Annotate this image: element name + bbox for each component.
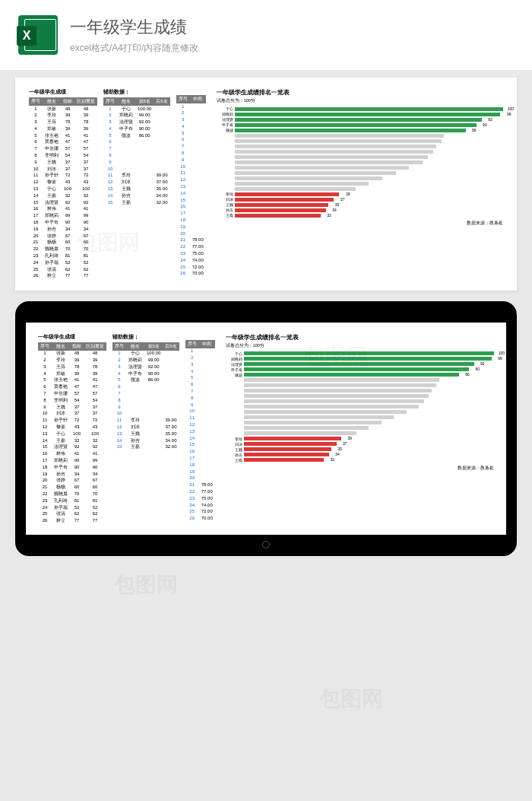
table-row: 11	[185, 415, 215, 422]
table-row: 4申子奇90.00	[112, 370, 179, 377]
chart-bar-row: 于心100	[226, 351, 494, 356]
table-header: 前5名	[135, 97, 154, 106]
table-row: 11李玲39.00	[103, 173, 170, 180]
bar-value: 90	[476, 367, 480, 371]
table-row: 9	[185, 402, 215, 408]
table-row: 15法理贤9292	[38, 444, 106, 451]
watermark: 包图网	[114, 571, 178, 599]
table-row: 11	[176, 170, 206, 177]
chart-bar-row	[226, 399, 494, 404]
table-row: 2李玲3939	[29, 113, 97, 119]
chart-subtitle: 试卷总分为：100分	[217, 98, 503, 103]
chart-bar-row: 微波86	[226, 373, 494, 377]
chart-bar-row: 申子奇90	[226, 367, 494, 372]
table-row: 2	[176, 110, 206, 117]
chart-bar-row	[226, 394, 494, 399]
bar-fill	[244, 389, 432, 393]
table-row: 13王魏35.00	[112, 431, 179, 437]
table-row: 17郑晓莉9999	[38, 457, 106, 464]
table-row: 4郑敏3939	[29, 126, 97, 132]
table-row: 5张玉艳4141	[29, 132, 97, 139]
table-row: 20张静6767	[29, 233, 97, 240]
table-row: 17郑晓莉9999	[29, 213, 97, 220]
chart-bar-row: 刘冰37	[226, 442, 494, 447]
table-row: 18	[185, 462, 215, 469]
table-row: 6	[103, 139, 170, 146]
table-row: 17	[185, 455, 215, 462]
bar-label: 法理贤	[226, 362, 244, 367]
ranking-chart: 一年级学生成绩排名一览表试卷总分为：100分于心100郑晓莉99法理贤92申子奇…	[221, 333, 494, 525]
main-scores-table: 序号姓名指标区别重复1张新48482李玲39393王芬78784郑敏39395张…	[38, 342, 106, 525]
table-row: 19孙吉3434	[29, 226, 97, 233]
aux-middle-table: 序号中间12345678910111213141516171819202178.…	[185, 340, 215, 523]
bar-fill	[235, 134, 445, 138]
spreadsheet-preview: 一年级学生成绩序号姓名指标区别重复1张新48482李玲39393王芬78784郑…	[29, 88, 503, 280]
bar-fill: 32	[235, 214, 321, 218]
table-header: 中间	[190, 95, 206, 103]
bar-fill: 32	[244, 458, 324, 462]
table-row: 11李玲39.00	[112, 418, 179, 424]
bar-fill	[235, 187, 356, 191]
table-row: 14王磊3232	[38, 437, 106, 444]
table-row: 2李玲3939	[38, 358, 106, 364]
table-row: 4	[185, 368, 215, 375]
table-row: 2375.00	[176, 251, 206, 258]
bar-value: 34	[335, 452, 340, 456]
aux-table-title: 辅助数据：	[103, 88, 170, 96]
bar-label: 微波	[217, 128, 235, 132]
table-row: 3王芬7878	[29, 119, 97, 126]
bar-fill: 92	[244, 362, 474, 366]
table-row: 1张新4848	[38, 351, 106, 358]
table-row: 7	[176, 144, 206, 151]
table-header: 序号	[103, 97, 117, 106]
bar-fill: 99	[244, 357, 492, 361]
bar-fill	[244, 405, 419, 408]
table-header: 序号	[185, 340, 199, 348]
table-row: 15法理贤9292	[29, 199, 97, 206]
table-row: 12	[176, 177, 206, 184]
table-row: 16林伟4141	[29, 206, 97, 213]
chart-bar-row: 李玲39	[226, 437, 494, 441]
table-row: 16林伟4141	[38, 451, 106, 458]
chart-bar-row	[217, 176, 503, 180]
table-row: 15王磊32.00	[103, 199, 170, 206]
bar-fill	[244, 426, 369, 430]
table-row: 2178.00	[176, 237, 206, 244]
bar-value: 32	[327, 213, 331, 218]
bar-fill: 86	[235, 129, 466, 132]
chart-bar-row: 孙吉34	[226, 453, 494, 457]
bar-value: 86	[472, 128, 477, 132]
chart-bar-row	[226, 378, 494, 383]
main-scores-table: 序号姓名指标区别重复1张新48482李玲39393王芬78784郑敏39395张…	[29, 97, 97, 280]
table-row: 25张清6262	[38, 511, 106, 518]
chart-bar-row: 王魏35	[217, 202, 503, 207]
chart-bar-row: 法理贤92	[217, 117, 503, 122]
table-row: 9	[176, 157, 206, 164]
table-row: 2277.00	[176, 244, 206, 251]
bar-value: 100	[499, 351, 505, 355]
table-row: 10刘冰3737	[29, 166, 97, 173]
bar-fill	[244, 410, 407, 414]
bar-fill	[235, 155, 428, 159]
table-row: 13	[185, 428, 215, 435]
bar-label: 王魏	[226, 447, 244, 452]
chart-footer: 数据来源：教务处	[217, 221, 503, 226]
table-row: 3王芬7878	[38, 364, 106, 370]
table-row: 4	[176, 123, 206, 130]
table-row: 21杨杨6060	[29, 240, 97, 246]
excel-icon: X	[18, 15, 58, 55]
bar-fill	[244, 378, 439, 382]
table-row: 2178.00	[185, 482, 215, 489]
table-header: 前5名	[144, 342, 163, 351]
chart-subtitle: 试卷总分为：100分	[226, 343, 494, 348]
table-row: 6	[176, 137, 206, 144]
table-row: 7申佳珊5757	[29, 146, 97, 153]
bar-value: 100	[508, 106, 514, 111]
table-row: 25张清6262	[29, 266, 97, 273]
bar-label: 微波	[226, 373, 244, 377]
table-row: 13于心100100	[38, 431, 106, 437]
table-row: 15	[185, 442, 215, 449]
table-row: 17	[176, 211, 206, 218]
table-row: 14	[185, 435, 215, 442]
table-row: 24孙子瑞5252	[38, 504, 106, 511]
